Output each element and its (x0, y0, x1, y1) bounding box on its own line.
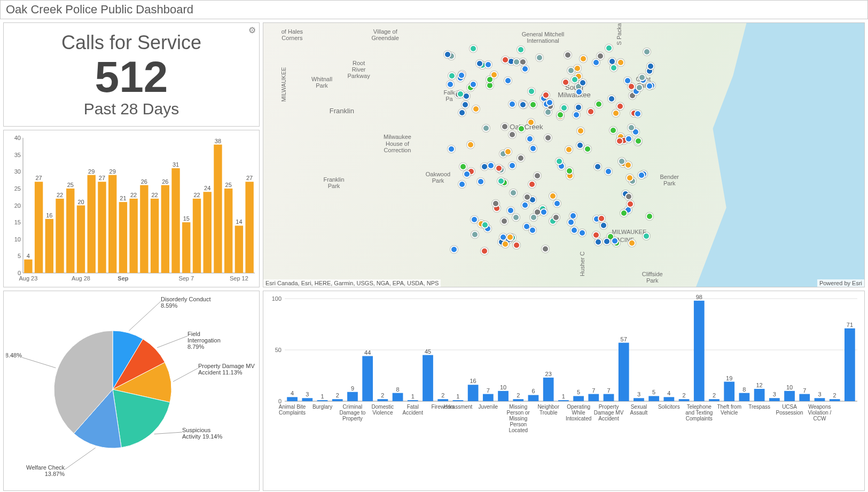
map-incident-dot[interactable] (502, 240, 509, 248)
daily-bar[interactable] (98, 182, 106, 273)
map-incident-dot[interactable] (575, 104, 582, 111)
map-incident-dot[interactable] (636, 84, 643, 91)
map-incident-dot[interactable] (530, 214, 537, 221)
daily-bar[interactable] (224, 189, 232, 273)
category-bar[interactable] (498, 391, 509, 401)
map-incident-dot[interactable] (510, 189, 517, 197)
map-incident-dot[interactable] (567, 67, 575, 74)
category-bar[interactable] (513, 399, 523, 401)
category-bar[interactable] (769, 398, 780, 401)
category-bar[interactable] (830, 399, 840, 401)
daily-bar[interactable] (214, 145, 222, 273)
category-bar[interactable] (619, 343, 629, 401)
map-incident-dot[interactable] (542, 245, 549, 253)
map-incident-dot[interactable] (610, 64, 617, 72)
map-incident-dot[interactable] (521, 201, 529, 209)
map-incident-dot[interactable] (557, 111, 564, 119)
daily-bar[interactable] (235, 225, 243, 273)
daily-bar[interactable] (129, 199, 137, 273)
map-incident-dot[interactable] (605, 168, 612, 175)
map-incident-dot[interactable] (517, 154, 525, 162)
daily-bar[interactable] (151, 199, 159, 273)
category-bar[interactable] (588, 394, 599, 401)
category-bar[interactable] (468, 385, 479, 401)
map-incident-dot[interactable] (512, 214, 520, 221)
map-incident-dot[interactable] (643, 232, 650, 240)
map-powered-by[interactable]: Powered by Esri (817, 279, 864, 287)
category-bar[interactable] (784, 391, 795, 401)
map-incident-dot[interactable] (616, 103, 624, 110)
category-bar[interactable] (302, 398, 312, 401)
map-incident-dot[interactable] (616, 137, 623, 145)
map-incident-dot[interactable] (471, 216, 478, 223)
map-incident-dot[interactable] (470, 45, 477, 52)
map-incident-dot[interactable] (618, 158, 625, 165)
map-panel[interactable]: Esri Canada, Esri, HERE, Garmin, USGS, N… (263, 22, 865, 287)
map-incident-dot[interactable] (536, 54, 543, 61)
map-incident-dot[interactable] (646, 82, 653, 90)
map-incident-dot[interactable] (587, 108, 595, 115)
daily-bar[interactable] (88, 175, 96, 273)
map-incident-dot[interactable] (625, 193, 632, 200)
map-incident-dot[interactable] (580, 55, 587, 63)
category-bar[interactable] (558, 400, 569, 401)
map-incident-dot[interactable] (624, 161, 632, 169)
category-bar[interactable] (287, 397, 298, 401)
category-bar[interactable] (634, 398, 644, 401)
map-incident-dot[interactable] (458, 109, 466, 116)
map-incident-dot[interactable] (579, 79, 587, 87)
map-incident-dot[interactable] (540, 208, 548, 216)
daily-bar[interactable] (245, 182, 253, 273)
category-bar[interactable] (393, 393, 403, 401)
category-bar[interactable] (377, 399, 388, 401)
category-bar[interactable] (844, 329, 855, 401)
map-incident-dot[interactable] (492, 200, 499, 207)
map-incident-dot[interactable] (612, 110, 620, 117)
daily-bar[interactable] (140, 185, 148, 273)
map-incident-dot[interactable] (608, 95, 615, 103)
map-incident-dot[interactable] (617, 59, 624, 66)
map-incident-dot[interactable] (627, 200, 634, 208)
map-incident-dot[interactable] (549, 192, 557, 200)
category-bar[interactable] (799, 394, 810, 401)
map-incident-dot[interactable] (462, 101, 469, 108)
map-incident-dot[interactable] (529, 145, 537, 152)
category-bar[interactable] (543, 378, 554, 401)
category-bar[interactable] (528, 395, 539, 401)
map-incident-dot[interactable] (504, 77, 512, 84)
category-bar[interactable] (739, 393, 750, 401)
map-incident-dot[interactable] (546, 99, 553, 106)
map-incident-dot[interactable] (594, 163, 601, 170)
category-bar[interactable] (663, 397, 674, 401)
map-incident-dot[interactable] (553, 200, 561, 207)
category-bar[interactable] (347, 392, 358, 401)
map-incident-dot[interactable] (598, 215, 605, 222)
daily-bar[interactable] (45, 219, 53, 273)
map-incident-dot[interactable] (518, 125, 525, 132)
map-incident-dot[interactable] (571, 76, 578, 83)
map-incident-dot[interactable] (526, 135, 534, 143)
pie-chart[interactable]: Disorderly Conduct8.59%FieldInterrogatio… (6, 293, 258, 480)
map-incident-dot[interactable] (519, 58, 527, 66)
map-incident-dot[interactable] (529, 227, 536, 234)
map-incident-dot[interactable] (523, 193, 531, 201)
map-incident-dot[interactable] (504, 148, 512, 155)
map-incident-dot[interactable] (509, 162, 516, 169)
map-incident-dot[interactable] (646, 213, 653, 220)
map-incident-dot[interactable] (605, 44, 613, 52)
daily-bar[interactable] (66, 189, 74, 273)
map-incident-dot[interactable] (450, 246, 458, 253)
map-incident-dot[interactable] (447, 81, 454, 88)
map-incident-dot[interactable] (448, 72, 456, 80)
map-incident-dot[interactable] (507, 207, 514, 214)
daily-bar-chart[interactable]: 0510152025303540427162225202927292122262… (8, 134, 258, 285)
category-bar[interactable] (423, 355, 433, 401)
map-incident-dot[interactable] (459, 163, 467, 170)
map-incident-dot[interactable] (513, 58, 520, 66)
map-incident-dot[interactable] (625, 135, 632, 143)
map-incident-dot[interactable] (457, 90, 464, 98)
map-incident-dot[interactable] (574, 65, 581, 72)
map-incident-dot[interactable] (609, 127, 617, 134)
map-incident-dot[interactable] (448, 145, 455, 153)
map-incident-dot[interactable] (560, 104, 568, 112)
